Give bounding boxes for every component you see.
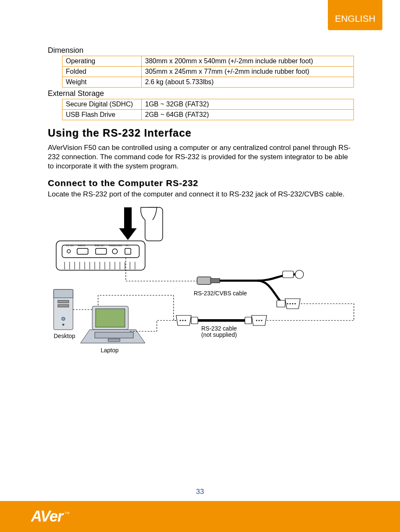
svg-rect-34 bbox=[191, 317, 198, 324]
arrow-down-icon bbox=[119, 207, 137, 240]
cell-value: 380mm x 200mm x 540mm (+/-2mm include ru… bbox=[142, 56, 354, 67]
port-label-dc: DC 12V bbox=[66, 244, 74, 247]
svg-point-39 bbox=[185, 320, 186, 321]
svg-rect-0 bbox=[124, 207, 132, 230]
rs232-cvbs-cable-icon bbox=[197, 270, 304, 309]
port-label-rgbin: RGB IN bbox=[78, 244, 86, 247]
svg-rect-25 bbox=[197, 277, 211, 284]
label-laptop: Laptop bbox=[101, 347, 119, 354]
footer-bar: AVer TM bbox=[0, 501, 400, 532]
rs232-cable-icon bbox=[176, 315, 267, 325]
svg-point-40 bbox=[256, 320, 257, 321]
cell-label: Folded bbox=[62, 67, 142, 77]
label-desktop: Desktop bbox=[54, 333, 75, 339]
svg-rect-46 bbox=[58, 305, 69, 307]
paragraph-rs232: AVerVision F50 can be controlled using a… bbox=[48, 143, 354, 170]
svg-point-30 bbox=[287, 303, 288, 304]
cell-label: USB Flash Drive bbox=[62, 110, 142, 120]
logo-text: AVer bbox=[31, 508, 63, 525]
table-row: Operating 380mm x 200mm x 540mm (+/-2mm … bbox=[62, 56, 354, 67]
svg-rect-35 bbox=[245, 317, 252, 324]
svg-rect-51 bbox=[95, 332, 133, 338]
svg-rect-8 bbox=[125, 248, 131, 254]
cell-value: 305mm x 245mm x 77mm (+/-2mm include rub… bbox=[142, 67, 354, 77]
svg-point-32 bbox=[292, 303, 293, 304]
section-title-storage: External Storage bbox=[48, 89, 354, 98]
svg-point-47 bbox=[62, 317, 65, 320]
logo-tm: TM bbox=[65, 511, 70, 515]
svg-marker-1 bbox=[119, 228, 137, 240]
aver-logo: AVer TM bbox=[31, 508, 70, 525]
label-cable-cvbs: RS-232/CVBS cable bbox=[194, 290, 247, 297]
svg-point-41 bbox=[259, 320, 260, 321]
svg-rect-27 bbox=[283, 271, 294, 278]
svg-rect-52 bbox=[108, 339, 120, 341]
dashed-line bbox=[130, 320, 176, 331]
cell-label: Weight bbox=[62, 77, 142, 88]
table-row: Folded 305mm x 245mm x 77mm (+/-2mm incl… bbox=[62, 67, 354, 77]
svg-rect-26 bbox=[210, 279, 220, 283]
cell-value: 2GB ~ 64GB (FAT32) bbox=[142, 110, 354, 120]
svg-rect-5 bbox=[77, 248, 88, 254]
svg-rect-45 bbox=[58, 300, 69, 303]
svg-point-33 bbox=[295, 303, 296, 304]
storage-table: Secure Digital (SDHC) 1GB ~ 32GB (FAT32)… bbox=[62, 99, 354, 120]
page-number: 33 bbox=[0, 488, 400, 496]
desktop-pc-icon bbox=[54, 289, 73, 330]
language-tab: ENGLISH bbox=[328, 0, 382, 30]
diagram-svg: DC 12V RGB IN RGB OUT RS232/CVBS PC bbox=[48, 203, 354, 367]
table-row: Secure Digital (SDHC) 1GB ~ 32GB (FAT32) bbox=[62, 99, 354, 110]
svg-rect-29 bbox=[277, 300, 285, 307]
label-cable-rs232-line1: RS-232 cable bbox=[201, 325, 237, 332]
port-label-pc: PC bbox=[126, 244, 129, 247]
svg-point-31 bbox=[290, 303, 291, 304]
cell-label: Secure Digital (SDHC) bbox=[62, 99, 142, 110]
section-title-dimension: Dimension bbox=[48, 46, 354, 55]
svg-point-48 bbox=[62, 324, 64, 325]
port-label-rgbout: RGB OUT bbox=[95, 244, 104, 247]
label-cable-rs232: RS-232 cable (not supplied) bbox=[201, 325, 237, 338]
connection-diagram: DC 12V RGB IN RGB OUT RS232/CVBS PC bbox=[48, 203, 354, 367]
heading-connect: Connect to the Computer RS-232 bbox=[48, 178, 354, 188]
label-cable-rs232-line2: (not supplied) bbox=[201, 331, 237, 338]
svg-point-28 bbox=[295, 270, 304, 279]
dimension-table: Operating 380mm x 200mm x 540mm (+/-2mm … bbox=[62, 56, 354, 88]
laptop-icon bbox=[81, 306, 145, 343]
doc-camera-icon bbox=[56, 207, 163, 270]
table-row: USB Flash Drive 2GB ~ 64GB (FAT32) bbox=[62, 110, 354, 120]
table-row: Weight 2.6 kg (about 5.733lbs) bbox=[62, 77, 354, 88]
cell-value: 1GB ~ 32GB (FAT32) bbox=[142, 99, 354, 110]
paragraph-connect: Locate the RS-232 port of the computer a… bbox=[48, 190, 354, 199]
svg-point-7 bbox=[112, 249, 117, 254]
svg-rect-6 bbox=[96, 248, 106, 254]
port-label-rs232: RS232/CVBS bbox=[109, 244, 122, 247]
cell-value: 2.6 kg (about 5.733lbs) bbox=[142, 77, 354, 88]
svg-rect-44 bbox=[54, 289, 73, 298]
svg-point-37 bbox=[180, 320, 181, 321]
svg-point-42 bbox=[261, 320, 262, 321]
page-content: Dimension Operating 380mm x 200mm x 540m… bbox=[48, 46, 354, 367]
heading-rs232: Using the RS-232 Interface bbox=[48, 127, 354, 139]
cell-label: Operating bbox=[62, 56, 142, 67]
svg-point-38 bbox=[182, 320, 183, 321]
svg-rect-50 bbox=[96, 309, 125, 327]
svg-point-4 bbox=[67, 250, 70, 253]
